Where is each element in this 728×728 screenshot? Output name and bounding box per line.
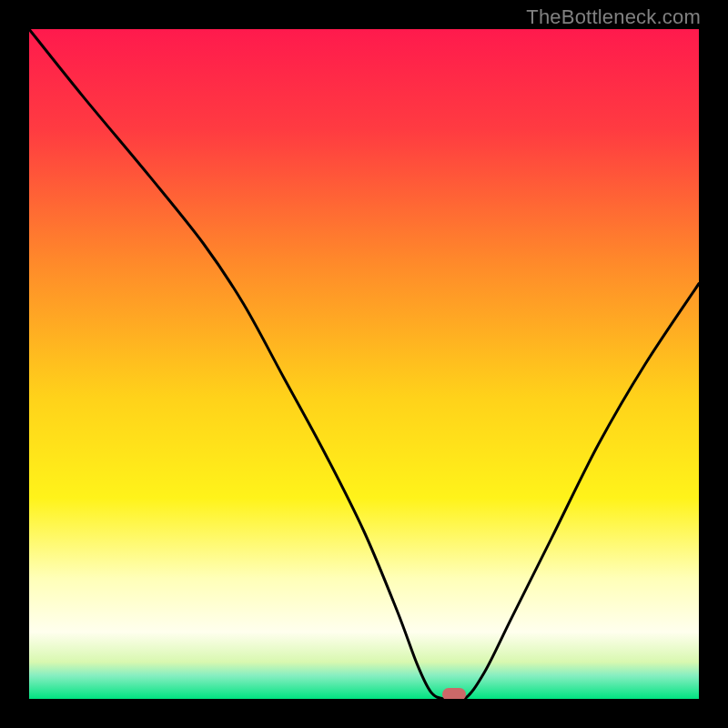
plot-area <box>29 29 699 699</box>
watermark-text: TheBottleneck.com <box>526 5 701 29</box>
bottleneck-curve <box>29 29 699 699</box>
chart-frame: TheBottleneck.com <box>0 0 728 728</box>
optimal-marker <box>442 688 466 699</box>
